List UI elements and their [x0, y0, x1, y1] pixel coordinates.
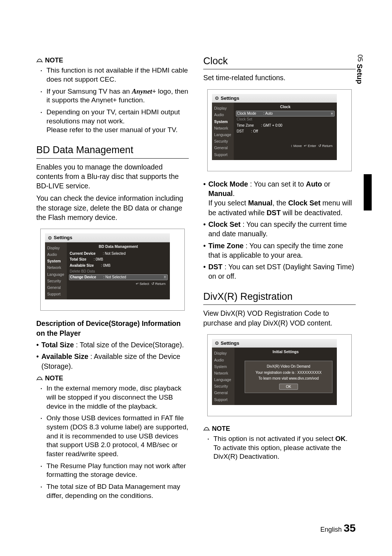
svg-point-1 [49, 237, 50, 238]
nav-hints: ↕ Move↵ Enter↺ Return [236, 142, 335, 149]
gear-icon [215, 341, 219, 345]
note-item: Only those USB devices formatted in FAT … [46, 414, 189, 458]
settings-panel: DisplayAudioSystemNetworkLanguageSecurit… [212, 348, 337, 405]
settings-screenshot-bd: Settings DisplayAudioSystemNetworkLangua… [40, 229, 185, 311]
note-header: NOTE [36, 56, 189, 65]
rule [203, 304, 356, 305]
right-column: Clock Set time-related functions. Settin… [203, 54, 356, 503]
note-icon [36, 58, 43, 63]
sidebar-item: General [213, 389, 234, 396]
bullet-item: Total Size : Total size of the Device(St… [41, 340, 189, 349]
settings-sidebar: DisplayAudioSystemNetworkLanguageSecurit… [212, 348, 234, 405]
note-item: Depending on your TV, certain HDMI outpu… [46, 108, 189, 135]
sidebar-item: Support [46, 291, 66, 297]
chevron-right-icon: ▸ [164, 275, 167, 279]
ok-button[interactable]: OK [279, 384, 298, 390]
note-item: This option is not activated if you sele… [213, 434, 356, 461]
modal-line: To learn more visit www.divx.com/vod [248, 376, 329, 381]
note-list: In the external memory mode, disc playba… [36, 384, 189, 500]
settings-panel: DisplayAudioSystemNetworkLanguageSecurit… [212, 103, 337, 160]
bullet-item: Clock Set : You can specify the current … [208, 220, 356, 239]
settings-titlebar: Settings [45, 233, 170, 242]
detail-title: Initial Settings [237, 349, 335, 354]
sidebar-item: System [213, 363, 234, 370]
settings-screenshot-divx: Settings DisplayAudioSystemNetworkLangua… [207, 334, 352, 416]
settings-titlebar: Settings [212, 339, 337, 348]
nav-hint: ↺ Return [151, 282, 166, 286]
detail-row[interactable]: Clock Mode: Auto▸ [236, 111, 335, 116]
sidebar-item: Network [213, 370, 234, 376]
settings-titlebar: Settings [212, 94, 337, 103]
note-label: NOTE [212, 424, 230, 433]
body-text: Enables you to manage the downloaded con… [36, 162, 189, 191]
bullet-list: Clock Mode : You can set it to Auto or M… [203, 179, 356, 281]
sidebar-item: Audio [213, 111, 233, 118]
rule [36, 158, 189, 159]
detail-row: Total Size: 0MB [69, 257, 168, 263]
bullet-list: Total Size : Total size of the Device(St… [36, 340, 189, 371]
section-heading-divx: DivX(R) Registration [203, 290, 356, 303]
detail-row: Time Zone: GMT + 0:00 [236, 122, 335, 128]
chevron-right-icon: ▸ [331, 112, 334, 116]
svg-point-5 [216, 343, 217, 343]
sidebar-item: Language [213, 131, 233, 138]
body-text: You can check the device information inc… [36, 193, 189, 222]
left-column: NOTE This function is not available if t… [36, 54, 189, 503]
sidebar-item: Display [46, 245, 66, 251]
divx-modal: DivX(R) Video On Demand Your registratio… [245, 361, 332, 393]
sidebar-item: Support [213, 396, 234, 403]
sidebar-item: Security [213, 138, 233, 144]
detail-row[interactable]: Change Device: Not Selected▸ [69, 274, 168, 280]
note-icon [36, 376, 43, 381]
sidebar-item: Audio [213, 357, 234, 363]
settings-detail: Clock Clock Mode: Auto▸Clock SetTime Zon… [234, 103, 337, 160]
note-item: The total size of BD Data Management may… [46, 482, 189, 500]
footer-page-num: 35 [344, 522, 356, 534]
nav-hint: ↵ Enter [304, 144, 316, 148]
bullet-item: Clock Mode : You can set it to Auto or M… [208, 179, 356, 217]
sidebar-item: Language [46, 271, 66, 278]
body-text: View DivX(R) VOD Registration Code to pu… [203, 308, 356, 328]
note-list: This option is not activated if you sele… [203, 434, 356, 461]
settings-sidebar: DisplayAudioSystemNetworkLanguageSecurit… [212, 103, 234, 160]
note-item: In the external memory mode, disc playba… [46, 384, 189, 411]
modal-line: DivX(R) Video On Demand [248, 364, 329, 369]
section-heading-clock: Clock [203, 54, 356, 68]
note-item: The Resume Play function may not work af… [46, 462, 189, 479]
detail-row: Clock Set [236, 116, 335, 123]
detail-row: Delete BD Data [69, 269, 168, 275]
chapter-name: Setup [355, 64, 364, 84]
sidebar-item: General [46, 284, 66, 291]
nav-hint: ↺ Return [318, 144, 332, 148]
gear-icon [215, 96, 219, 100]
settings-detail: BD Data Management Current Device: Not S… [67, 242, 170, 299]
note-header: NOTE [36, 374, 189, 383]
page-footer: English 35 [320, 522, 356, 534]
chapter-tab: 05 Setup [355, 54, 364, 84]
sidebar-item: System [46, 258, 66, 264]
bullet-item: DST : You can set DST (Daylight Saving T… [208, 262, 356, 281]
sidebar-item: General [213, 144, 233, 151]
settings-panel: DisplayAudioSystemNetworkLanguageSecurit… [45, 242, 170, 299]
detail-row: Available Size: 0MB [69, 262, 168, 269]
sidebar-item: System [213, 118, 233, 125]
detail-row: DST: Off [236, 128, 335, 135]
detail-row: Current Device: Not Selected [69, 250, 168, 257]
sidebar-item: Security [213, 383, 234, 389]
desc-title: Description of Device(Storage) Informati… [36, 319, 189, 338]
svg-point-3 [216, 98, 217, 98]
sidebar-item: Support [213, 151, 233, 158]
sidebar-item: Display [213, 105, 233, 111]
settings-sidebar: DisplayAudioSystemNetworkLanguageSecurit… [45, 242, 67, 299]
note-header: NOTE [203, 424, 356, 433]
footer-lang: English [320, 526, 342, 533]
nav-hint: ↵ Select [136, 282, 149, 286]
note-icon [203, 426, 210, 431]
body-text: Set time-related functions. [203, 73, 356, 82]
chapter-number: 05 [355, 54, 364, 62]
bullet-item: Available Size : Available size of the D… [41, 352, 189, 371]
sidebar-item: Network [46, 264, 66, 271]
detail-title: BD Data Management [69, 244, 168, 249]
settings-label: Settings [221, 340, 239, 347]
sidebar-item: Security [46, 278, 66, 284]
